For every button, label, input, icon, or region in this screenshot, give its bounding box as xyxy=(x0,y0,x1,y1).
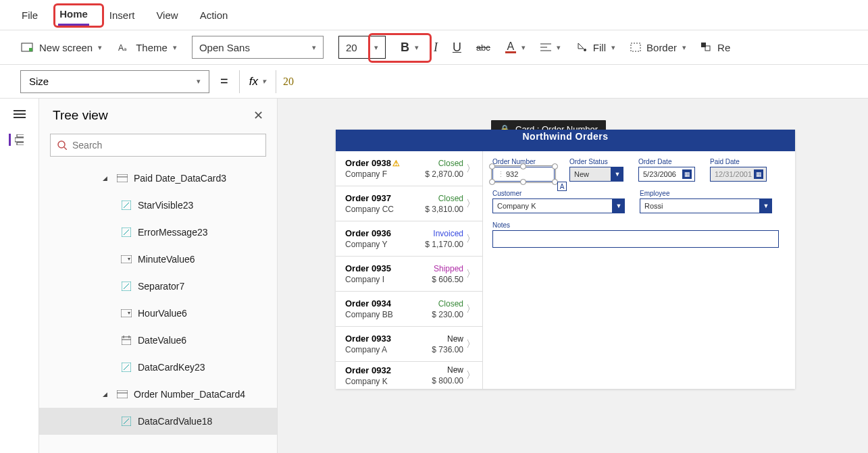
reorder-button[interactable]: Re xyxy=(701,42,730,53)
tree-rail-button[interactable] xyxy=(9,134,24,146)
order-row[interactable]: Order 0937Company CCClosed$ 3,810.00〉 xyxy=(336,186,482,221)
font-family-select[interactable]: Open Sans ▾ xyxy=(192,36,324,59)
order-status: Closed xyxy=(416,299,463,309)
font-color-button[interactable]: A ▾ xyxy=(505,42,526,53)
chevron-down-icon[interactable]: ▼ xyxy=(611,167,623,182)
font-size-select[interactable]: 20 ▾ xyxy=(338,36,386,59)
tree-node-datacardvalue18[interactable]: DataCardValue18 xyxy=(39,408,277,435)
label-employee: Employee xyxy=(640,190,772,197)
fill-icon xyxy=(576,42,588,53)
resize-handle[interactable] xyxy=(489,179,495,185)
field-order-status[interactable]: New xyxy=(569,167,611,182)
order-status: New xyxy=(416,334,463,344)
order-row[interactable]: Order 0932Company KNew$ 800.00〉 xyxy=(336,362,482,389)
value-order-date: 5/23/2006 xyxy=(643,170,676,178)
order-company: Company CC xyxy=(345,205,416,214)
label-order-date: Order Date xyxy=(638,158,695,165)
hamburger-button[interactable] xyxy=(12,108,27,120)
svg-rect-27 xyxy=(121,309,132,317)
bold-icon: B xyxy=(401,41,409,55)
svg-point-16 xyxy=(58,141,65,148)
chevron-down-icon[interactable]: ▼ xyxy=(760,198,772,213)
tree-header: Tree view ✕ xyxy=(39,99,277,130)
border-button[interactable]: Border ▾ xyxy=(630,42,686,53)
menu-file[interactable]: File xyxy=(20,5,39,25)
tree-node-hourvalue[interactable]: HourValue6 xyxy=(39,300,277,327)
fx-box[interactable]: fx ▾ 20 xyxy=(239,70,294,93)
order-company: Company BB xyxy=(345,310,416,319)
tree-node-datacardkey[interactable]: DataCardKey23 xyxy=(39,354,277,381)
app-header: Northwind Orders xyxy=(336,130,795,151)
app-title: Northwind Orders xyxy=(522,131,608,142)
resize-handle[interactable] xyxy=(552,163,558,169)
font-color-icon: A xyxy=(505,42,516,53)
svg-rect-14 xyxy=(17,134,24,137)
tree-node-label: DateValue6 xyxy=(138,335,186,346)
order-row[interactable]: Order 0936Company YInvoiced$ 1,170.00〉 xyxy=(336,221,482,257)
calendar-icon[interactable]: ▦ xyxy=(682,169,692,179)
tree-node-starvisible[interactable]: StarVisible23 xyxy=(39,192,277,219)
chevron-right-icon[interactable]: 〉 xyxy=(463,163,476,175)
collapse-icon[interactable]: ◢ xyxy=(103,391,111,398)
menu-action[interactable]: Action xyxy=(199,5,230,25)
property-select[interactable]: Size ▾ xyxy=(20,70,209,93)
label-notes: Notes xyxy=(492,221,786,229)
chevron-right-icon[interactable]: 〉 xyxy=(463,233,476,245)
chevron-down-icon[interactable]: ▼ xyxy=(613,198,625,213)
tree-title: Tree view xyxy=(53,108,108,123)
field-customer[interactable]: Company K xyxy=(492,198,613,213)
order-row[interactable]: Order 0934Company BBClosed$ 230.00〉 xyxy=(336,292,482,327)
tree-node-datevalue[interactable]: DateValue6 xyxy=(39,327,277,354)
reorder-icon xyxy=(701,43,712,52)
label-icon xyxy=(120,363,132,372)
theme-button[interactable]: Aₐ Theme ▾ xyxy=(117,42,177,53)
tree-node-order-number-card[interactable]: ◢ Order Number_DataCard4 xyxy=(39,381,277,408)
order-row[interactable]: Order 0933Company ANew$ 736.00〉 xyxy=(336,327,482,362)
chevron-right-icon[interactable]: 〉 xyxy=(463,198,476,210)
order-row[interactable]: Order 0935Company IShipped$ 606.50〉 xyxy=(336,257,482,292)
field-order-date[interactable]: 5/23/2006 ▦ xyxy=(638,167,695,182)
field-paid-date[interactable]: 12/31/2001 ▦ xyxy=(710,167,767,182)
left-rail xyxy=(0,99,39,453)
menu-insert[interactable]: Insert xyxy=(108,5,136,25)
collapse-icon[interactable]: ◢ xyxy=(103,175,111,182)
fill-button[interactable]: Fill ▾ xyxy=(576,42,615,53)
field-notes[interactable] xyxy=(492,230,779,248)
order-id: Order 0938⚠ xyxy=(345,158,416,168)
formula-value: 20 xyxy=(276,70,294,93)
fx-label: fx xyxy=(249,75,258,88)
menu-view[interactable]: View xyxy=(155,5,179,25)
field-employee[interactable]: Rossi xyxy=(640,198,760,213)
label-icon xyxy=(120,417,132,426)
calendar-icon[interactable]: ▦ xyxy=(754,169,763,179)
underline-button[interactable]: U xyxy=(453,41,461,55)
tree-search-box[interactable] xyxy=(50,134,266,157)
bold-button[interactable]: B ▾ xyxy=(401,41,419,55)
new-screen-button[interactable]: New screen ▾ xyxy=(20,42,102,53)
italic-button[interactable]: I xyxy=(434,41,438,55)
chevron-right-icon[interactable]: 〉 xyxy=(463,338,476,350)
tree-node-errormessage[interactable]: ErrorMessage23 xyxy=(39,219,277,246)
strike-button[interactable]: abc xyxy=(476,43,490,53)
tree-node-paid-date-card[interactable]: ◢ Paid Date_DataCard3 xyxy=(39,165,277,192)
chevron-right-icon[interactable]: 〉 xyxy=(463,369,476,381)
new-screen-label: New screen xyxy=(39,42,93,53)
chevron-right-icon[interactable]: 〉 xyxy=(463,303,476,315)
order-amount: $ 3,810.00 xyxy=(416,205,463,214)
chevron-right-icon[interactable]: 〉 xyxy=(463,268,476,280)
tree-search-input[interactable] xyxy=(72,140,259,151)
order-company: Company F xyxy=(345,169,416,179)
align-button[interactable]: ▾ xyxy=(540,43,561,52)
resize-handle[interactable] xyxy=(489,163,495,169)
tree-node-label: Separator7 xyxy=(138,281,184,292)
order-row[interactable]: Order 0938⚠Company FClosed$ 2,870.00〉 xyxy=(336,151,482,186)
menu-home[interactable]: Home xyxy=(58,4,89,26)
tree-node-minutevalue[interactable]: MinuteValue6 xyxy=(39,246,277,273)
close-tree-button[interactable]: ✕ xyxy=(253,108,263,123)
tree-node-separator[interactable]: Separator7 xyxy=(39,273,277,300)
canvas[interactable]: 🔒 Card : Order Number Northwind Orders O… xyxy=(278,99,868,453)
resize-handle[interactable] xyxy=(520,163,526,169)
border-icon xyxy=(630,43,641,52)
resize-handle[interactable] xyxy=(520,179,526,185)
label-icon xyxy=(120,282,132,291)
